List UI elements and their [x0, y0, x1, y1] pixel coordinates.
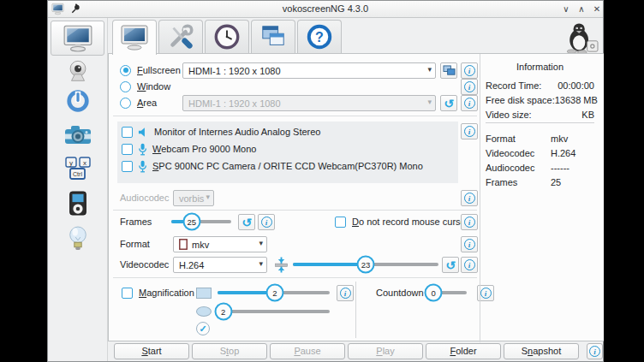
record-time-value: 00:00:00 — [558, 80, 594, 91]
snapshot-button[interactable]: Snapshot — [504, 343, 579, 359]
maximize-button[interactable]: ∧ — [575, 3, 588, 16]
magnifier-check-circle[interactable] — [196, 322, 210, 335]
monitor-icon — [63, 25, 93, 52]
audio-device-row[interactable]: Monitor of Internes Audio Analog Stereo — [117, 125, 458, 139]
magnification-size-slider[interactable]: 2 — [218, 285, 330, 300]
tux-logo — [562, 21, 601, 54]
sidebar-item-systray[interactable] — [48, 88, 108, 114]
screen-tab-page: Fullscreen HDMI-1 : 1920 x 1080 Window A… — [108, 53, 604, 341]
format-label: Format — [120, 239, 150, 249]
play-button: Play — [348, 343, 423, 359]
audio-device-list: Monitor of Internes Audio Analog Stereo … — [117, 122, 458, 183]
magnification-shape-handle[interactable]: 2 — [214, 303, 232, 321]
magnifier-ellipse-shape[interactable] — [196, 306, 212, 317]
folder-button[interactable]: Folder — [426, 343, 501, 359]
info-format-label: Format — [486, 134, 551, 144]
video-size-label: Video size: — [486, 110, 532, 120]
magnification-size-handle[interactable]: 2 — [265, 284, 283, 302]
app-window: vokoscreenNG 4.3.0 ∨ ∧ ✕ Fullscreen HDMI… — [47, 0, 604, 362]
media-player-icon — [66, 189, 90, 218]
quality-info-button[interactable] — [461, 257, 478, 273]
clock-icon — [213, 23, 241, 50]
camera-icon — [63, 123, 92, 147]
windows-icon — [259, 24, 287, 50]
record-time-label: Record Time: — [486, 80, 541, 91]
minimize-button[interactable]: ∨ — [559, 3, 573, 16]
pause-button: Pause — [270, 343, 345, 359]
videocodec-select[interactable]: H.264 — [173, 257, 267, 273]
no-cursor-checkbox[interactable] — [335, 217, 346, 228]
tab-help[interactable] — [297, 20, 342, 53]
speaker-icon — [138, 127, 149, 138]
close-button[interactable]: ✕ — [590, 3, 604, 16]
microphone-icon — [138, 143, 147, 156]
videocodec-label: Videocodec — [120, 259, 169, 270]
magnification-checkbox[interactable] — [122, 288, 133, 299]
magnification-shape-slider[interactable]: 2 — [218, 304, 330, 319]
area-select: HDMI-1 : 1920 x 1080 — [182, 95, 436, 111]
quality-slider[interactable]: 23 — [293, 257, 438, 272]
audiocodec-info-button[interactable] — [461, 190, 478, 206]
window-title: vokoscreenNG 4.3.0 — [48, 3, 603, 14]
fullscreen-label: Fullscreen — [137, 65, 181, 75]
information-panel: Information Record Time:00:00:00 Free di… — [484, 54, 601, 342]
frames-slider-handle[interactable]: 25 — [182, 213, 200, 231]
actionbar-info-button[interactable] — [587, 343, 603, 359]
sidebar — [48, 18, 108, 361]
fullscreen-radio[interactable] — [120, 65, 131, 76]
action-bar: Start Stop Pause Play Folder Snapshot — [108, 340, 603, 361]
frames-slider[interactable]: 25 — [171, 214, 231, 229]
sidebar-item-player[interactable] — [48, 189, 108, 218]
tab-screen[interactable] — [112, 20, 157, 55]
sidebar-item-webcam[interactable] — [48, 59, 108, 85]
frames-label: Frames — [120, 217, 152, 227]
window-label: Window — [137, 81, 170, 92]
no-cursor-info-button[interactable] — [461, 214, 478, 230]
countdown-slider[interactable]: 0 — [432, 285, 467, 300]
webcam-icon — [65, 59, 91, 85]
audio-info-button[interactable] — [461, 123, 478, 139]
info-videocodec-value: H.264 — [551, 148, 575, 158]
magnifier-rect-shape[interactable] — [196, 288, 212, 299]
window-radio[interactable] — [120, 81, 131, 92]
audio-device-checkbox[interactable] — [122, 127, 133, 138]
sidebar-item-screenshot[interactable] — [48, 123, 108, 147]
power-icon — [65, 88, 91, 114]
audio-device-checkbox[interactable] — [122, 144, 133, 155]
tab-windows[interactable] — [251, 20, 295, 53]
frames-reset-button[interactable] — [238, 214, 255, 230]
format-select[interactable]: mkv — [173, 236, 267, 252]
start-button[interactable]: Start — [114, 343, 189, 359]
area-radio[interactable] — [120, 98, 131, 109]
audio-device-row[interactable]: Webcam Pro 9000 Mono — [117, 142, 458, 156]
disk-space-value: 13638 MB — [555, 95, 598, 105]
monitor-icon — [120, 25, 149, 50]
stop-button: Stop — [192, 343, 267, 359]
countdown-slider-handle[interactable]: 0 — [425, 284, 443, 302]
audio-device-checkbox[interactable] — [122, 161, 133, 172]
sidebar-item-screen-recorder[interactable] — [51, 21, 104, 56]
quality-slider-handle[interactable]: 23 — [357, 256, 375, 274]
fullscreen-info-button[interactable] — [461, 62, 478, 79]
audio-device-row[interactable]: SPC 900NC PC Camera / ORITE CCD Webcam(P… — [117, 159, 458, 173]
title-bar[interactable]: vokoscreenNG 4.3.0 ∨ ∧ ✕ — [48, 1, 603, 18]
frames-info-button[interactable] — [258, 214, 275, 230]
disk-space-label: Free disk space: — [486, 95, 555, 105]
area-reset-button[interactable] — [440, 95, 457, 111]
compress-icon — [274, 257, 289, 273]
info-format-value: mkv — [551, 134, 568, 144]
window-info-button[interactable] — [461, 79, 478, 95]
sidebar-item-showclick[interactable] — [48, 225, 108, 252]
fullscreen-select[interactable]: HDMI-1 : 1920 x 1080 — [182, 62, 436, 79]
tab-timer[interactable] — [205, 20, 249, 53]
magnification-info-button[interactable] — [337, 285, 354, 301]
information-title: Information — [484, 62, 596, 72]
sidebar-item-shortcuts[interactable] — [48, 155, 108, 182]
countdown-label: Countdown — [376, 288, 424, 298]
tab-settings[interactable] — [158, 20, 203, 53]
area-info-button[interactable] — [461, 95, 478, 111]
format-info-button[interactable] — [461, 236, 478, 252]
multi-screen-button[interactable] — [440, 62, 457, 79]
quality-reset-button[interactable] — [442, 257, 459, 273]
lightbulb-icon — [67, 225, 89, 252]
